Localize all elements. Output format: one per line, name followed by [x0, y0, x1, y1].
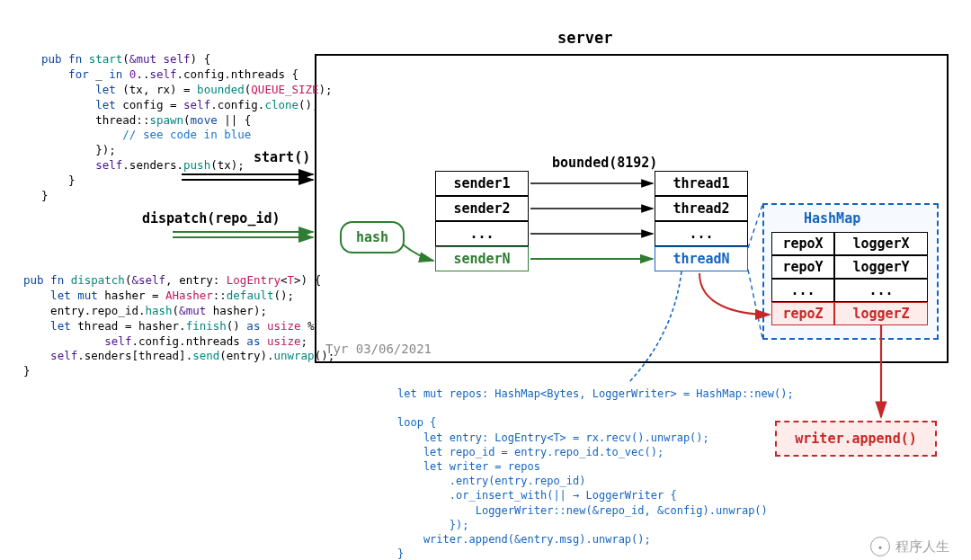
repoZ-box: repoZ	[771, 302, 834, 325]
thread1-box: thread1	[655, 171, 748, 196]
watermark-text: 程序人生	[895, 538, 949, 556]
threadN-box: threadN	[655, 246, 748, 271]
watermark: ✦ 程序人生	[870, 537, 949, 556]
code-dispatch-fn: pub fn dispatch(&self, entry: LogEntry<T…	[23, 273, 334, 379]
server-title: server	[557, 29, 612, 47]
repo-ellipsis-box: ...	[771, 279, 834, 302]
repoX-box: repoX	[771, 232, 834, 255]
dispatch-call-label: dispatch(repo_id)	[142, 210, 281, 227]
thread2-box: thread2	[655, 196, 748, 221]
senderN-box: senderN	[435, 246, 529, 271]
wechat-icon: ✦	[870, 537, 890, 556]
sender-ellipsis-box: ...	[435, 221, 529, 246]
sender1-box: sender1	[435, 171, 529, 196]
repoY-box: repoY	[771, 255, 834, 279]
loggerY-box: loggerY	[834, 255, 928, 279]
code-thread-loop: let mut repos: HashMap<Bytes, LoggerWrit…	[397, 387, 794, 560]
loggerX-box: loggerX	[834, 232, 928, 255]
thread-ellipsis-box: ...	[655, 221, 748, 246]
hashmap-title: HashMap	[804, 210, 860, 227]
sender2-box: sender2	[435, 196, 529, 221]
writer-append-box: writer.append()	[775, 421, 937, 457]
bounded-label: bounded(8192)	[552, 155, 657, 171]
attribution-label: Tyr 03/06/2021	[325, 342, 432, 356]
logger-ellipsis-box: ...	[834, 279, 928, 302]
loggerZ-box: loggerZ	[834, 302, 928, 325]
hash-box: hash	[340, 221, 405, 253]
code-start-fn: pub fn start(&mut self) { for _ in 0..se…	[41, 52, 333, 204]
